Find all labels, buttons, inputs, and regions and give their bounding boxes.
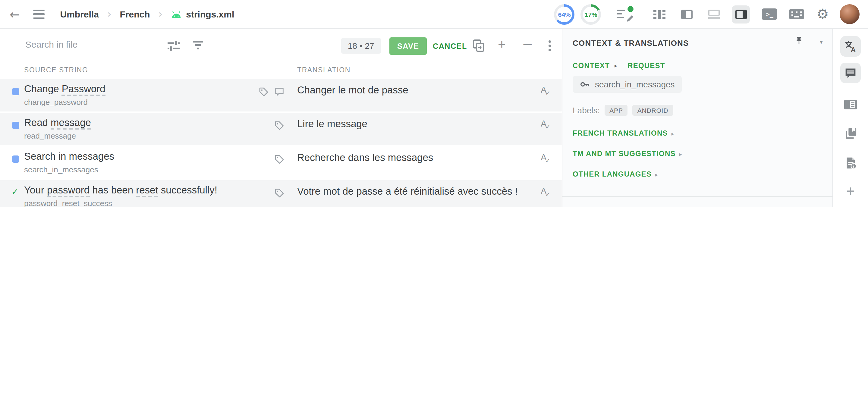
translated-progress-ring[interactable]: 64% (554, 4, 575, 24)
string-list: Change Passwordchange_passwordChanger le… (0, 79, 562, 207)
translation-text[interactable]: Recherche dans les messages (297, 152, 433, 163)
rail-file-info-icon[interactable] (844, 157, 857, 169)
string-row-search_in_messages[interactable]: Search in messagessearch_in_messagesRech… (0, 147, 562, 180)
chevron-right-icon: ▸ (655, 172, 658, 178)
section-divider (562, 196, 832, 197)
rail-translations-icon[interactable]: A (840, 36, 861, 57)
string-row-password_reset_success[interactable]: ✓Your password has been reset successful… (0, 180, 562, 207)
translation-text[interactable]: Votre mot de passe a été réinitialisé av… (297, 186, 518, 197)
view-right-panel-icon[interactable] (732, 5, 750, 23)
string-row-change_password[interactable]: Change Passwordchange_passwordChanger le… (0, 79, 562, 113)
tag-icon[interactable] (274, 121, 284, 131)
tab-request[interactable]: REQUEST (627, 61, 665, 70)
untranslated-status-icon (12, 88, 19, 95)
source-string-text: Your password has been reset successfull… (24, 184, 217, 196)
zoom-in-icon[interactable]: + (498, 37, 506, 53)
settings-gear-icon[interactable]: ⚙ (816, 7, 829, 21)
keyboard-shortcuts-icon[interactable] (789, 9, 804, 19)
string-key: password_reset_success (24, 199, 112, 207)
comment-bubble-icon[interactable] (274, 87, 284, 97)
approved-check-icon: ✓ (11, 187, 19, 196)
source-string-text: Search in messages (24, 151, 114, 162)
pencil-icon (627, 15, 634, 22)
more-options-icon[interactable] (549, 40, 551, 51)
zoom-out-icon[interactable]: − (522, 37, 533, 52)
translation-column-header: TRANSLATION (297, 66, 350, 73)
svg-text:A: A (851, 46, 856, 53)
key-icon (580, 81, 590, 88)
top-bar: ← Umbrella › French › strings.xml 64% 17… (0, 0, 868, 29)
string-key: read_message (24, 131, 76, 140)
side-rail: A (832, 29, 868, 207)
rail-add-panel-icon[interactable]: + (846, 183, 855, 199)
context-panel-title: CONTEXT & TRANSLATIONS (572, 38, 689, 47)
tab-context[interactable]: CONTEXT (572, 61, 610, 70)
breadcrumb-separator: › (158, 7, 163, 20)
chevron-right-icon: ▸ (679, 151, 682, 157)
string-key-text: search_in_messages (595, 79, 675, 89)
string-position-counter: 18 • 27 (341, 38, 381, 54)
tag-icon[interactable] (274, 154, 284, 164)
copy-source-icon[interactable] (472, 39, 485, 53)
translation-editor: ← Umbrella › French › strings.xml 64% 17… (0, 0, 868, 207)
view-comfortable-icon[interactable] (651, 5, 669, 23)
table-header: SOURCE STRING TRANSLATION (0, 63, 562, 79)
menu-icon[interactable] (33, 9, 44, 19)
untranslated-status-icon (12, 156, 19, 163)
proofread-icon[interactable]: A✓ (541, 85, 552, 95)
link-other-languages[interactable]: OTHER LANGUAGES▸ (572, 170, 658, 179)
source-column-header: SOURCE STRING (24, 66, 88, 73)
link-french-translations[interactable]: FRENCH TRANSLATIONS▸ (572, 129, 675, 137)
labels-row: Labels: APP ANDROID (572, 105, 673, 116)
collapse-caret-icon[interactable]: ▾ (820, 38, 823, 45)
proofreading-mode-icon[interactable] (617, 8, 632, 20)
breadcrumb-project[interactable]: Umbrella (60, 9, 99, 19)
breadcrumb-file[interactable]: strings.xml (186, 9, 234, 19)
view-mode-switcher (651, 5, 750, 23)
filter-icon[interactable] (193, 40, 203, 50)
untranslated-status-icon (12, 122, 19, 129)
approved-progress-ring[interactable]: 17% (581, 4, 601, 24)
context-tabs: CONTEXT ▸ REQUEST (572, 61, 665, 70)
view-bottom-panel-icon[interactable] (705, 5, 723, 23)
source-string-text: Read message (24, 117, 91, 128)
view-side-by-side-icon[interactable] (678, 5, 696, 23)
tag-icon[interactable] (258, 87, 269, 97)
back-icon[interactable]: ← (10, 7, 20, 22)
search-options-icon[interactable] (167, 40, 180, 51)
translation-text[interactable]: Lire le message (297, 118, 367, 130)
breadcrumb-separator: › (107, 7, 112, 20)
context-panel: CONTEXT & TRANSLATIONS ▾ CONTEXT ▸ REQUE… (562, 29, 832, 207)
user-avatar[interactable] (840, 4, 860, 24)
proofread-icon[interactable]: A✓ (541, 153, 552, 162)
cancel-button[interactable]: CANCEL (429, 41, 471, 51)
string-key: search_in_messages (24, 165, 98, 174)
editor-toolbar: 18 • 27 SAVE CANCEL + − (0, 29, 562, 63)
rail-comments-icon[interactable] (840, 63, 861, 83)
label-badge: APP (604, 105, 627, 116)
rail-tm-entry-icon[interactable] (844, 99, 857, 110)
strings-panel: 18 • 27 SAVE CANCEL + − SOURCE STRING TR… (0, 29, 562, 207)
breadcrumb-language[interactable]: French (120, 9, 150, 19)
string-key-pill[interactable]: search_in_messages (572, 76, 682, 93)
string-row-read_message[interactable]: Read messageread_messageLire le messageA… (0, 113, 562, 147)
translation-text[interactable]: Changer le mot de passe (297, 84, 408, 96)
tag-icon[interactable] (274, 188, 284, 198)
console-icon[interactable]: >_ (762, 8, 777, 20)
pin-icon[interactable] (795, 36, 804, 47)
rail-glossary-icon[interactable] (844, 127, 857, 140)
labels-caption: Labels: (572, 105, 600, 115)
context-caret-icon: ▸ (615, 63, 617, 69)
proofread-icon[interactable]: A✓ (541, 186, 552, 196)
source-string-text: Change Password (24, 83, 105, 95)
chevron-right-icon: ▸ (672, 131, 675, 137)
search-input[interactable] (24, 38, 159, 50)
proofread-icon[interactable]: A✓ (541, 119, 552, 128)
android-icon (171, 11, 181, 19)
link-tm-mt-suggestions[interactable]: TM AND MT SUGGESTIONS▸ (572, 150, 682, 158)
save-button[interactable]: SAVE (390, 37, 427, 55)
notification-dot (627, 4, 635, 13)
label-badge: ANDROID (632, 105, 673, 116)
string-key: change_password (24, 98, 88, 107)
